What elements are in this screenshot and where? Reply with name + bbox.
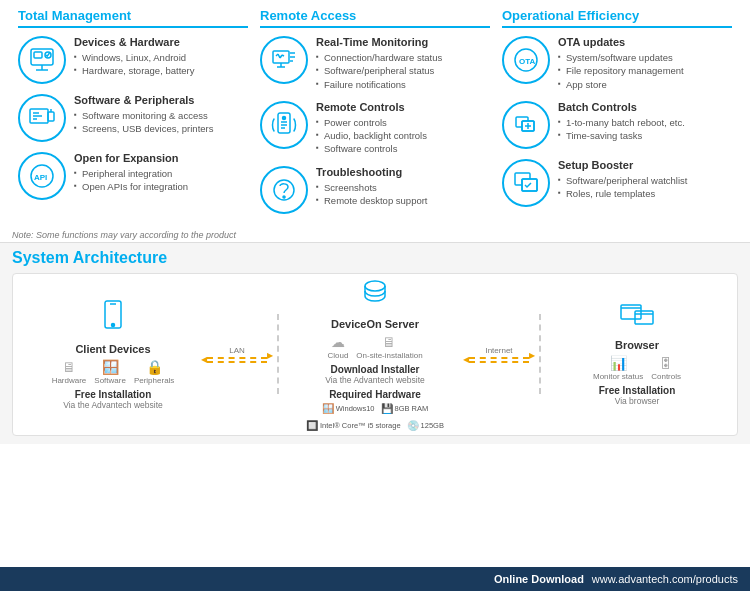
ota-bullet-3: App store: [558, 78, 684, 91]
internet-right-line: ▶: [469, 357, 529, 359]
lan-arrow-right: ▶: [207, 357, 267, 359]
spec-cpu: 🔲 Intel® Core™ i5 storage: [306, 420, 401, 431]
setup-bullet-1: Software/peripheral watchlist: [558, 174, 687, 187]
lan-arrows: ▶ ◀: [207, 357, 267, 363]
remote-bullet-2: Audio, backlight controls: [316, 129, 427, 142]
feature-software-peripherals: Software & Peripherals Software monitori…: [18, 94, 248, 142]
client-block: Client Devices 🖥 Hardware 🪟 Software 🔒 P…: [23, 299, 203, 410]
client-hardware: 🖥 Hardware: [52, 359, 87, 385]
column-total-management: Total Management Devices & Hardware Wind…: [12, 8, 254, 224]
remote-icon: [260, 101, 308, 149]
cpu-icon: 🔲: [306, 420, 318, 431]
browser-install-sub: Via browser: [615, 396, 660, 406]
expansion-bullet-1: Peripheral integration: [74, 167, 188, 180]
spec-windows: 🪟 Windows10: [322, 403, 375, 414]
ram-icon: 💾: [381, 403, 393, 414]
svg-rect-9: [48, 112, 54, 121]
remote-controls-title: Remote Controls: [316, 101, 427, 113]
feature-remote-controls: Remote Controls Power controls Audio, ba…: [260, 101, 490, 156]
col2-title: Remote Access: [260, 8, 490, 28]
peripherals-sub-icon: 🔒: [146, 359, 163, 375]
monitor-label: Monitor status: [593, 372, 643, 381]
troubleshoot-icon: [260, 166, 308, 214]
monitoring-bullet-3: Failure notifications: [316, 78, 442, 91]
browser-sub-icons: 📊 Monitor status 🎛 Controls: [593, 355, 681, 381]
svg-line-22: [282, 55, 284, 56]
server-cloud: ☁ Cloud: [327, 334, 348, 360]
windows-icon: 🪟: [322, 403, 334, 414]
note-text: Note: Some functions may vary according …: [0, 228, 750, 242]
server-block: DeviceOn Server ☁ Cloud 🖥 On-site-instal…: [285, 278, 465, 431]
cloud-sub-icon: ☁: [331, 334, 345, 350]
footer-url: www.advantech.com/products: [592, 573, 738, 585]
batch-controls-title: Batch Controls: [558, 101, 685, 113]
software-peripherals-text: Software & Peripherals Software monitori…: [74, 94, 213, 136]
monitoring-title: Real-Time Monitoring: [316, 36, 442, 48]
internet-left-arrow: ◀: [463, 355, 469, 364]
feature-batch-controls: Batch Controls 1-to-many batch reboot, e…: [502, 101, 732, 149]
lan-arrow: LAN ▶ ◀: [203, 346, 271, 363]
features-section: Total Management Devices & Hardware Wind…: [0, 0, 750, 228]
browser-controls: 🎛 Controls: [651, 355, 681, 381]
browser-block: Browser 📊 Monitor status 🎛 Controls Free…: [547, 303, 727, 406]
open-expansion-title: Open for Expansion: [74, 152, 188, 164]
setup-booster-title: Setup Booster: [558, 159, 687, 171]
spec-ram: 💾 8GB RAM: [381, 403, 429, 414]
remote-bullet-3: Software controls: [316, 142, 427, 155]
arch-diagram: Client Devices 🖥 Hardware 🪟 Software 🔒 P…: [12, 273, 738, 436]
lan-right-line: ▶: [207, 357, 267, 359]
onsite-sub-icon: 🖥: [382, 334, 396, 350]
internet-arrows: ▶ ◀: [469, 357, 529, 363]
expansion-bullet-2: Open APIs for integration: [74, 180, 188, 193]
troubleshoot-bullet-2: Remote desktop support: [316, 194, 428, 207]
monitoring-bullet-1: Connection/hardware status: [316, 51, 442, 64]
server-onsite: 🖥 On-site-installation: [356, 334, 422, 360]
troubleshoot-bullet-1: Screenshots: [316, 181, 428, 194]
svg-point-29: [283, 196, 285, 198]
troubleshooting-title: Troubleshooting: [316, 166, 428, 178]
ota-bullet-1: System/software updates: [558, 51, 684, 64]
client-install-label: Free Installation: [75, 389, 152, 400]
svg-rect-45: [635, 311, 653, 324]
software-icon: [18, 94, 66, 142]
feature-troubleshooting: Troubleshooting Screenshots Remote deskt…: [260, 166, 490, 214]
monitor-sub-icon: 📊: [610, 355, 627, 371]
client-sub-icons: 🖥 Hardware 🪟 Software 🔒 Peripherals: [52, 359, 175, 385]
storage-icon: 💿: [407, 420, 419, 431]
lan-arrow-left: ◀: [207, 361, 267, 363]
monitoring-text: Real-Time Monitoring Connection/hardware…: [316, 36, 442, 91]
col1-title: Total Management: [18, 8, 248, 28]
feature-open-expansion: API Open for Expansion Peripheral integr…: [18, 152, 248, 200]
spec-storage: 💿 125GB: [407, 420, 444, 431]
internet-left-line: ◀: [469, 361, 529, 363]
feature-setup-booster: Setup Booster Software/peripheral watchl…: [502, 159, 732, 207]
remote-bullet-1: Power controls: [316, 116, 427, 129]
lan-right-arrow: ▶: [267, 351, 273, 360]
server-icon: [359, 278, 391, 316]
batch-icon: [502, 101, 550, 149]
lan-label: LAN: [229, 346, 245, 355]
controls-sub-icon: 🎛: [659, 355, 673, 371]
lan-left-arrow: ◀: [201, 355, 207, 364]
client-title: Client Devices: [75, 343, 150, 355]
feature-ota-updates: OTA OTA updates System/software updates …: [502, 36, 732, 91]
server-install-label: Download Installer: [331, 364, 420, 375]
batch-bullet-1: 1-to-many batch reboot, etc.: [558, 116, 685, 129]
software-peripherals-title: Software & Peripherals: [74, 94, 213, 106]
hardware-label: Hardware: [52, 376, 87, 385]
devices-icon: [18, 36, 66, 84]
software-sub-icon: 🪟: [102, 359, 119, 375]
software-label: Software: [94, 376, 126, 385]
batch-bullet-2: Time-saving tasks: [558, 129, 685, 142]
svg-point-42: [112, 323, 115, 326]
ota-bullet-2: File repository management: [558, 64, 684, 77]
devices-bullet-1: Windows, Linux, Android: [74, 51, 194, 64]
server-sub-icons: ☁ Cloud 🖥 On-site-installation: [327, 334, 422, 360]
svg-text:OTA: OTA: [519, 57, 536, 66]
internet-arrow: Internet ▶ ◀: [465, 346, 533, 363]
col3-title: Operational Efficiency: [502, 8, 732, 28]
cloud-label: Cloud: [327, 351, 348, 360]
setup-bullet-2: Roles, rule templates: [558, 187, 687, 200]
hw-specs: 🪟 Windows10 💾 8GB RAM 🔲 Intel® Core™ i5 …: [285, 403, 465, 431]
remote-controls-text: Remote Controls Power controls Audio, ba…: [316, 101, 427, 156]
